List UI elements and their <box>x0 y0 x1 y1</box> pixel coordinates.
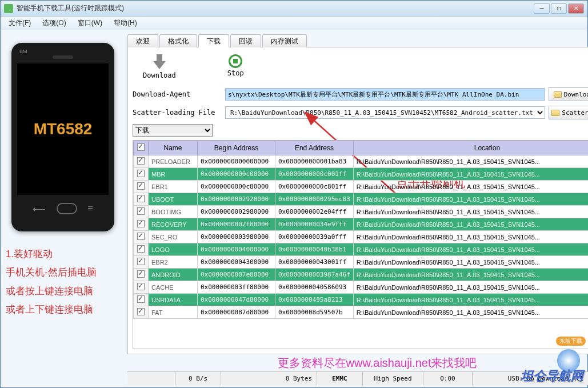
checkbox-icon[interactable] <box>137 283 145 290</box>
row-checkbox[interactable] <box>134 155 149 168</box>
window-title: 智能手机下载工具(运行时跟踪模式) <box>17 3 534 13</box>
checkbox-icon[interactable] <box>137 195 145 202</box>
download-button[interactable]: Download <box>143 54 176 79</box>
menu-window[interactable]: 窗口(W) <box>72 17 108 30</box>
row-end: 0x0000000495a8213 <box>275 294 354 306</box>
tab-1[interactable]: 格式化 <box>159 34 197 47</box>
row-end: 0x000000000001ba83 <box>275 155 354 168</box>
row-checkbox[interactable] <box>134 231 149 243</box>
partition-table-wrap: Name Begin Address End Address Location … <box>133 140 588 349</box>
row-checkbox[interactable] <box>134 243 149 256</box>
row-checkbox[interactable] <box>134 218 149 231</box>
menu-file[interactable]: 文件(F) <box>3 17 37 30</box>
download-agent-input[interactable] <box>225 88 545 101</box>
stop-label: Stop <box>227 69 244 77</box>
row-checkbox[interactable] <box>134 206 149 218</box>
menu-options[interactable]: 选项(O) <box>37 17 71 30</box>
table-row[interactable]: MBR0x0000000000c000000x0000000000c001ffR… <box>134 168 589 181</box>
row-location: R:\BaiduYunDownload\R850\R850_11_A.03_15… <box>353 218 588 231</box>
checkbox-icon[interactable] <box>137 220 145 227</box>
header-checkbox[interactable] <box>134 141 149 155</box>
row-checkbox[interactable] <box>134 193 149 206</box>
close-button[interactable]: ✕ <box>568 3 584 14</box>
phone-speaker <box>53 55 73 59</box>
table-row[interactable]: BOOTIMG0x00000000029800000x0000000002e04… <box>134 206 589 218</box>
table-row[interactable]: ANDROID0x0000000007e800000x0000000003987… <box>134 269 589 281</box>
row-name: EBR1 <box>149 181 198 193</box>
da-label: Download-Agent <box>133 90 222 98</box>
checkbox-icon[interactable] <box>137 258 145 265</box>
scatter-btn-label: Scatter-loading <box>562 109 588 117</box>
maximize-button[interactable]: □ <box>551 3 567 14</box>
tab-0[interactable]: 欢迎 <box>127 34 158 47</box>
left-panel: BM MT6582 ⟵ ≡ 1.装好驱动 手机关机-然后插电脑 或者按上键连接电… <box>1 30 125 387</box>
tab-2[interactable]: 下载 <box>198 34 229 47</box>
checkbox-icon[interactable] <box>137 170 145 177</box>
table-row[interactable]: EBR10x0000000000c800000x0000000000c801ff… <box>134 181 589 193</box>
row-location: R:\BaiduYunDownload\R850\R850_11_A.03_15… <box>353 294 588 306</box>
row-location: R:\BaiduYunDownload\R850\R850_11_A.03_15… <box>353 269 588 281</box>
row-begin: 0x000000003ff80000 <box>198 281 275 294</box>
checkbox-icon[interactable] <box>137 308 145 315</box>
row-checkbox[interactable] <box>134 306 149 319</box>
checkbox-icon[interactable] <box>137 270 145 278</box>
table-row[interactable]: EBR20x00000000043000000x00000000043001ff… <box>134 256 589 269</box>
titlebar: 智能手机下载工具(运行时跟踪模式) ─ □ ✕ <box>1 1 587 17</box>
row-begin: 0x0000000003980000 <box>198 231 275 243</box>
table-row[interactable]: CACHE0x000000003ff800000x000000004058609… <box>134 281 589 294</box>
tab-3[interactable]: 回读 <box>230 34 261 47</box>
status-storage: EMMC <box>317 372 363 385</box>
checkbox-icon[interactable] <box>137 245 145 253</box>
table-row[interactable]: PRELOADER0x00000000000000000x00000000000… <box>134 155 589 168</box>
table-row[interactable]: LOGO0x00000000040000000x00000000040b38b1… <box>134 243 589 256</box>
phone-model: MT6582 <box>34 120 93 138</box>
instruction-line-2: 手机关机-然后插电脑 <box>6 263 120 282</box>
stop-button[interactable]: Stop <box>227 54 244 79</box>
checkbox-icon[interactable] <box>137 182 145 190</box>
row-end: 0x0000000003987a46f <box>275 269 354 281</box>
row-begin: 0x0000000002980000 <box>198 206 275 218</box>
checkbox-icon[interactable] <box>137 295 145 303</box>
checkbox-icon[interactable] <box>137 233 145 240</box>
checkbox-icon[interactable] <box>137 207 145 215</box>
minimize-button[interactable]: ─ <box>534 3 550 14</box>
download-agent-browse-button[interactable]: Download Agent <box>549 87 588 101</box>
row-name: PRELOADER <box>149 155 198 168</box>
mode-select[interactable]: 下载 <box>133 124 213 137</box>
row-checkbox[interactable] <box>134 281 149 294</box>
row-checkbox[interactable] <box>134 294 149 306</box>
row-checkbox[interactable] <box>134 269 149 281</box>
row-checkbox[interactable] <box>134 181 149 193</box>
scatter-file-select[interactable]: R:\BaiduYunDownload\R850\R850_11_A.03_15… <box>225 106 545 119</box>
phone-buttons: ⟵ ≡ <box>17 203 109 214</box>
scatter-browse-button[interactable]: Scatter-loading <box>549 106 588 119</box>
status-time: 0:00 <box>423 372 473 385</box>
table-row[interactable]: RECOVERY0x0000000002f800000x00000000034e… <box>134 218 589 231</box>
row-name: MBR <box>149 168 198 181</box>
row-begin: 0x0000000087d80000 <box>198 306 275 319</box>
da-btn-label: Download Agent <box>564 91 588 98</box>
download-label: Download <box>143 71 176 79</box>
folder-icon <box>551 110 559 116</box>
table-row[interactable]: UBOOT0x00000000029200000x0000000000295ec… <box>134 193 589 206</box>
header-location: Location <box>353 141 588 155</box>
row-location: R:\BaiduYunDownload\R850\R850_11_A.03_15… <box>353 168 588 181</box>
row-name: UBOOT <box>149 193 198 206</box>
header-end: End Address <box>275 141 354 155</box>
tab-content-download: Download Stop Download-Agent <box>127 47 588 354</box>
header-name: Name <box>149 141 198 155</box>
row-checkbox[interactable] <box>134 256 149 269</box>
checkbox-icon[interactable] <box>137 157 145 165</box>
row-begin: 0x0000000000c80000 <box>198 181 275 193</box>
check-all-icon[interactable] <box>137 143 145 151</box>
row-name: RECOVERY <box>149 218 198 231</box>
table-row[interactable]: USRDATA0x0000000047d800000x0000000495a82… <box>134 294 589 306</box>
tab-4[interactable]: 内存测试 <box>262 34 307 47</box>
row-checkbox[interactable] <box>134 168 149 181</box>
table-row[interactable]: FAT0x0000000087d800000x00000008d59507bR:… <box>134 306 589 319</box>
table-row[interactable]: SEC_RO0x00000000039800000x00000000039a0f… <box>134 231 589 243</box>
menu-help[interactable]: 帮助(H) <box>108 17 143 30</box>
instruction-line-4: 或者上下键连接电脑 <box>6 301 120 319</box>
row-end: 0x00000008d59507b <box>275 306 354 319</box>
download-agent-row: Download-Agent Download Agent <box>133 87 588 101</box>
